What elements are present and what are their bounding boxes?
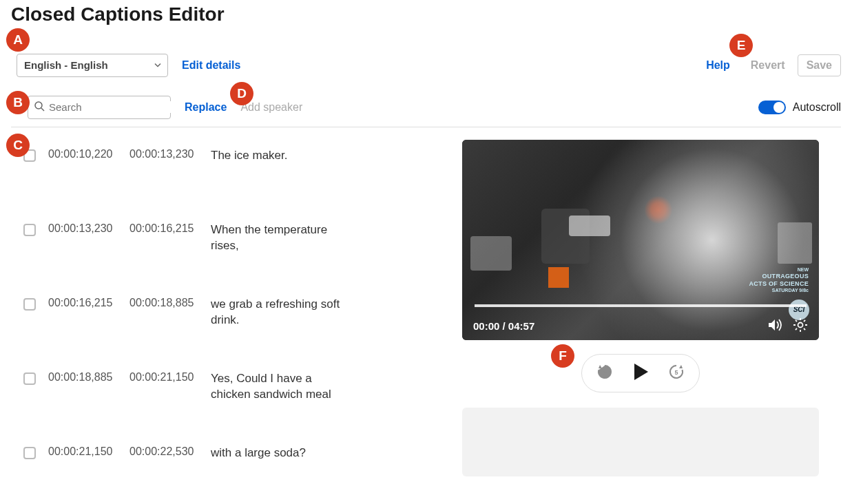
caption-row[interactable]: 00:00:10,220 00:00:13,230 The ice maker. (23, 140, 441, 214)
video-frame: NEW OUTRAGEOUS ACTS OF SCIENCE SATURDAY … (462, 140, 819, 340)
svg-point-2 (798, 323, 803, 328)
forward-5-icon[interactable]: 5 (667, 363, 685, 384)
play-icon[interactable] (632, 362, 650, 384)
search-icon (34, 101, 45, 114)
current-caption-panel (462, 408, 819, 476)
caption-row[interactable]: 00:00:16,215 00:00:18,885 we grab a refr… (23, 288, 441, 363)
video-pane: NEW OUTRAGEOUS ACTS OF SCIENCE SATURDAY … (448, 140, 846, 498)
caption-checkbox[interactable] (23, 298, 36, 311)
second-toolbar: Replace Add speaker Autoscroll (6, 95, 846, 120)
caption-row[interactable]: 00:00:13,230 00:00:16,215 When the tempe… (23, 214, 441, 288)
edit-details-link[interactable]: Edit details (182, 59, 240, 72)
annotation-badge-e: E (729, 34, 753, 57)
caption-start-time[interactable]: 00:00:10,220 (48, 148, 117, 160)
language-select-value: English - English (24, 59, 108, 71)
annotation-badge-c: C (6, 134, 30, 157)
language-select[interactable]: English - English (17, 54, 168, 77)
caption-checkbox[interactable] (23, 224, 36, 236)
caption-end-time[interactable]: 00:00:22,530 (129, 445, 198, 458)
annotation-badge-b: B (6, 91, 30, 114)
svg-line-1 (41, 108, 44, 111)
search-box (28, 96, 171, 119)
caption-checkbox[interactable] (23, 372, 36, 385)
captions-list[interactable]: 00:00:10,220 00:00:13,230 The ice maker.… (6, 140, 448, 498)
chevron-down-icon (154, 59, 162, 71)
caption-text[interactable]: with a large soda? (211, 445, 306, 461)
save-button[interactable]: Save (798, 54, 841, 76)
search-input[interactable] (49, 101, 180, 113)
caption-row[interactable]: 00:00:21,150 00:00:22,530 with a large s… (23, 437, 441, 498)
caption-end-time[interactable]: 00:00:18,885 (129, 297, 198, 309)
svg-text:5: 5 (603, 369, 606, 376)
video-controls-bar: 00:00 / 04:57 (462, 313, 819, 340)
caption-text[interactable]: we grab a refreshing soft drink. (211, 297, 349, 328)
add-speaker-button[interactable]: Add speaker (240, 101, 302, 114)
video-player[interactable]: NEW OUTRAGEOUS ACTS OF SCIENCE SATURDAY … (462, 140, 819, 340)
help-link[interactable]: Help (706, 59, 730, 72)
video-overlay-text: NEW OUTRAGEOUS ACTS OF SCIENCE SATURDAY … (749, 267, 809, 293)
caption-end-time[interactable]: 00:00:16,215 (129, 222, 198, 235)
volume-icon[interactable] (767, 317, 783, 335)
video-progress-bar[interactable] (475, 304, 807, 307)
top-toolbar: English - English Edit details Help Reve… (6, 54, 846, 77)
caption-text[interactable]: Yes, Could I have a chicken sandwich mea… (211, 371, 349, 403)
caption-checkbox[interactable] (23, 447, 36, 459)
annotation-badge-a: A (6, 28, 30, 52)
revert-button[interactable]: Revert (744, 55, 792, 76)
caption-start-time[interactable]: 00:00:21,150 (48, 445, 117, 458)
caption-text[interactable]: When the temperature rises, (211, 222, 349, 254)
caption-start-time[interactable]: 00:00:16,215 (48, 297, 117, 309)
settings-gear-icon[interactable] (793, 317, 808, 335)
caption-row[interactable]: 00:00:18,885 00:00:21,150 Yes, Could I h… (23, 363, 441, 437)
caption-end-time[interactable]: 00:00:13,230 (129, 148, 198, 160)
caption-end-time[interactable]: 00:00:21,150 (129, 371, 198, 384)
playback-controls: 5 5 (581, 354, 700, 392)
caption-start-time[interactable]: 00:00:13,230 (48, 222, 117, 235)
caption-text[interactable]: The ice maker. (211, 148, 288, 164)
svg-point-0 (35, 102, 42, 109)
page-title: Closed Captions Editor (11, 3, 846, 26)
autoscroll-label: Autoscroll (793, 101, 841, 114)
replace-link[interactable]: Replace (185, 101, 227, 114)
annotation-badge-d: D (230, 82, 253, 105)
rewind-5-icon[interactable]: 5 (596, 363, 614, 384)
caption-start-time[interactable]: 00:00:18,885 (48, 371, 117, 384)
annotation-badge-f: F (551, 344, 574, 368)
video-time-display: 00:00 / 04:57 (473, 320, 534, 332)
svg-text:5: 5 (674, 369, 678, 376)
autoscroll-toggle[interactable] (758, 101, 786, 114)
